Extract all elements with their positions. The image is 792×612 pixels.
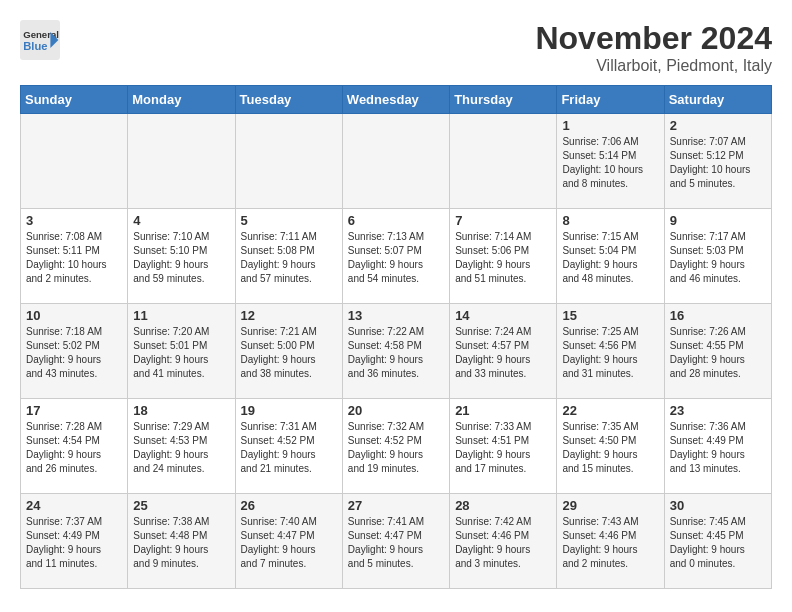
day-number: 15 bbox=[562, 308, 658, 323]
day-info: Sunrise: 7:38 AM Sunset: 4:48 PM Dayligh… bbox=[133, 515, 229, 571]
weekday-header-thursday: Thursday bbox=[450, 86, 557, 114]
calendar-cell: 1Sunrise: 7:06 AM Sunset: 5:14 PM Daylig… bbox=[557, 114, 664, 209]
calendar-cell: 3Sunrise: 7:08 AM Sunset: 5:11 PM Daylig… bbox=[21, 209, 128, 304]
calendar-cell: 11Sunrise: 7:20 AM Sunset: 5:01 PM Dayli… bbox=[128, 304, 235, 399]
calendar-cell: 22Sunrise: 7:35 AM Sunset: 4:50 PM Dayli… bbox=[557, 399, 664, 494]
calendar-cell: 28Sunrise: 7:42 AM Sunset: 4:46 PM Dayli… bbox=[450, 494, 557, 589]
calendar-cell: 7Sunrise: 7:14 AM Sunset: 5:06 PM Daylig… bbox=[450, 209, 557, 304]
day-number: 14 bbox=[455, 308, 551, 323]
day-number: 26 bbox=[241, 498, 337, 513]
calendar-cell bbox=[128, 114, 235, 209]
weekday-header-monday: Monday bbox=[128, 86, 235, 114]
calendar-cell bbox=[21, 114, 128, 209]
calendar-table: SundayMondayTuesdayWednesdayThursdayFrid… bbox=[20, 85, 772, 589]
calendar-cell bbox=[235, 114, 342, 209]
calendar-week-row: 24Sunrise: 7:37 AM Sunset: 4:49 PM Dayli… bbox=[21, 494, 772, 589]
day-number: 7 bbox=[455, 213, 551, 228]
day-number: 17 bbox=[26, 403, 122, 418]
day-info: Sunrise: 7:45 AM Sunset: 4:45 PM Dayligh… bbox=[670, 515, 766, 571]
day-number: 23 bbox=[670, 403, 766, 418]
calendar-cell: 19Sunrise: 7:31 AM Sunset: 4:52 PM Dayli… bbox=[235, 399, 342, 494]
day-number: 19 bbox=[241, 403, 337, 418]
day-info: Sunrise: 7:42 AM Sunset: 4:46 PM Dayligh… bbox=[455, 515, 551, 571]
day-info: Sunrise: 7:06 AM Sunset: 5:14 PM Dayligh… bbox=[562, 135, 658, 191]
calendar-cell: 24Sunrise: 7:37 AM Sunset: 4:49 PM Dayli… bbox=[21, 494, 128, 589]
day-number: 27 bbox=[348, 498, 444, 513]
calendar-cell: 21Sunrise: 7:33 AM Sunset: 4:51 PM Dayli… bbox=[450, 399, 557, 494]
day-number: 1 bbox=[562, 118, 658, 133]
day-info: Sunrise: 7:21 AM Sunset: 5:00 PM Dayligh… bbox=[241, 325, 337, 381]
calendar-week-row: 3Sunrise: 7:08 AM Sunset: 5:11 PM Daylig… bbox=[21, 209, 772, 304]
day-info: Sunrise: 7:10 AM Sunset: 5:10 PM Dayligh… bbox=[133, 230, 229, 286]
day-info: Sunrise: 7:35 AM Sunset: 4:50 PM Dayligh… bbox=[562, 420, 658, 476]
day-number: 29 bbox=[562, 498, 658, 513]
day-number: 5 bbox=[241, 213, 337, 228]
calendar-cell: 2Sunrise: 7:07 AM Sunset: 5:12 PM Daylig… bbox=[664, 114, 771, 209]
calendar-cell: 12Sunrise: 7:21 AM Sunset: 5:00 PM Dayli… bbox=[235, 304, 342, 399]
calendar-cell: 14Sunrise: 7:24 AM Sunset: 4:57 PM Dayli… bbox=[450, 304, 557, 399]
calendar-cell: 30Sunrise: 7:45 AM Sunset: 4:45 PM Dayli… bbox=[664, 494, 771, 589]
day-info: Sunrise: 7:37 AM Sunset: 4:49 PM Dayligh… bbox=[26, 515, 122, 571]
title-area: November 2024 Villarboit, Piedmont, Ital… bbox=[535, 20, 772, 75]
day-info: Sunrise: 7:18 AM Sunset: 5:02 PM Dayligh… bbox=[26, 325, 122, 381]
day-number: 30 bbox=[670, 498, 766, 513]
day-info: Sunrise: 7:14 AM Sunset: 5:06 PM Dayligh… bbox=[455, 230, 551, 286]
calendar-cell: 25Sunrise: 7:38 AM Sunset: 4:48 PM Dayli… bbox=[128, 494, 235, 589]
day-number: 20 bbox=[348, 403, 444, 418]
day-number: 16 bbox=[670, 308, 766, 323]
day-number: 13 bbox=[348, 308, 444, 323]
svg-text:Blue: Blue bbox=[23, 40, 47, 52]
weekday-header-row: SundayMondayTuesdayWednesdayThursdayFrid… bbox=[21, 86, 772, 114]
calendar-cell: 18Sunrise: 7:29 AM Sunset: 4:53 PM Dayli… bbox=[128, 399, 235, 494]
day-info: Sunrise: 7:31 AM Sunset: 4:52 PM Dayligh… bbox=[241, 420, 337, 476]
day-number: 6 bbox=[348, 213, 444, 228]
day-number: 10 bbox=[26, 308, 122, 323]
day-number: 3 bbox=[26, 213, 122, 228]
calendar-cell: 23Sunrise: 7:36 AM Sunset: 4:49 PM Dayli… bbox=[664, 399, 771, 494]
calendar-cell: 4Sunrise: 7:10 AM Sunset: 5:10 PM Daylig… bbox=[128, 209, 235, 304]
day-info: Sunrise: 7:28 AM Sunset: 4:54 PM Dayligh… bbox=[26, 420, 122, 476]
day-number: 22 bbox=[562, 403, 658, 418]
calendar-cell: 29Sunrise: 7:43 AM Sunset: 4:46 PM Dayli… bbox=[557, 494, 664, 589]
day-info: Sunrise: 7:11 AM Sunset: 5:08 PM Dayligh… bbox=[241, 230, 337, 286]
day-info: Sunrise: 7:13 AM Sunset: 5:07 PM Dayligh… bbox=[348, 230, 444, 286]
day-number: 24 bbox=[26, 498, 122, 513]
calendar-cell: 26Sunrise: 7:40 AM Sunset: 4:47 PM Dayli… bbox=[235, 494, 342, 589]
logo-wrapper: GeneralBlue bbox=[20, 20, 60, 60]
calendar-cell: 20Sunrise: 7:32 AM Sunset: 4:52 PM Dayli… bbox=[342, 399, 449, 494]
calendar-cell: 13Sunrise: 7:22 AM Sunset: 4:58 PM Dayli… bbox=[342, 304, 449, 399]
weekday-header-friday: Friday bbox=[557, 86, 664, 114]
day-number: 21 bbox=[455, 403, 551, 418]
day-info: Sunrise: 7:43 AM Sunset: 4:46 PM Dayligh… bbox=[562, 515, 658, 571]
day-number: 2 bbox=[670, 118, 766, 133]
day-number: 28 bbox=[455, 498, 551, 513]
calendar-cell: 16Sunrise: 7:26 AM Sunset: 4:55 PM Dayli… bbox=[664, 304, 771, 399]
day-info: Sunrise: 7:40 AM Sunset: 4:47 PM Dayligh… bbox=[241, 515, 337, 571]
weekday-header-wednesday: Wednesday bbox=[342, 86, 449, 114]
day-info: Sunrise: 7:08 AM Sunset: 5:11 PM Dayligh… bbox=[26, 230, 122, 286]
page-subtitle: Villarboit, Piedmont, Italy bbox=[535, 57, 772, 75]
calendar-cell: 8Sunrise: 7:15 AM Sunset: 5:04 PM Daylig… bbox=[557, 209, 664, 304]
day-number: 11 bbox=[133, 308, 229, 323]
day-info: Sunrise: 7:41 AM Sunset: 4:47 PM Dayligh… bbox=[348, 515, 444, 571]
calendar-cell: 27Sunrise: 7:41 AM Sunset: 4:47 PM Dayli… bbox=[342, 494, 449, 589]
weekday-header-tuesday: Tuesday bbox=[235, 86, 342, 114]
weekday-header-saturday: Saturday bbox=[664, 86, 771, 114]
calendar-cell: 6Sunrise: 7:13 AM Sunset: 5:07 PM Daylig… bbox=[342, 209, 449, 304]
day-number: 8 bbox=[562, 213, 658, 228]
header: GeneralBlue November 2024 Villarboit, Pi… bbox=[20, 20, 772, 75]
calendar-cell: 9Sunrise: 7:17 AM Sunset: 5:03 PM Daylig… bbox=[664, 209, 771, 304]
calendar-cell: 15Sunrise: 7:25 AM Sunset: 4:56 PM Dayli… bbox=[557, 304, 664, 399]
day-info: Sunrise: 7:36 AM Sunset: 4:49 PM Dayligh… bbox=[670, 420, 766, 476]
calendar-cell: 5Sunrise: 7:11 AM Sunset: 5:08 PM Daylig… bbox=[235, 209, 342, 304]
calendar-week-row: 1Sunrise: 7:06 AM Sunset: 5:14 PM Daylig… bbox=[21, 114, 772, 209]
day-info: Sunrise: 7:15 AM Sunset: 5:04 PM Dayligh… bbox=[562, 230, 658, 286]
day-info: Sunrise: 7:32 AM Sunset: 4:52 PM Dayligh… bbox=[348, 420, 444, 476]
day-number: 18 bbox=[133, 403, 229, 418]
day-info: Sunrise: 7:33 AM Sunset: 4:51 PM Dayligh… bbox=[455, 420, 551, 476]
calendar-cell: 10Sunrise: 7:18 AM Sunset: 5:02 PM Dayli… bbox=[21, 304, 128, 399]
logo-icon: GeneralBlue bbox=[20, 20, 60, 60]
day-info: Sunrise: 7:07 AM Sunset: 5:12 PM Dayligh… bbox=[670, 135, 766, 191]
calendar-week-row: 17Sunrise: 7:28 AM Sunset: 4:54 PM Dayli… bbox=[21, 399, 772, 494]
calendar-cell: 17Sunrise: 7:28 AM Sunset: 4:54 PM Dayli… bbox=[21, 399, 128, 494]
